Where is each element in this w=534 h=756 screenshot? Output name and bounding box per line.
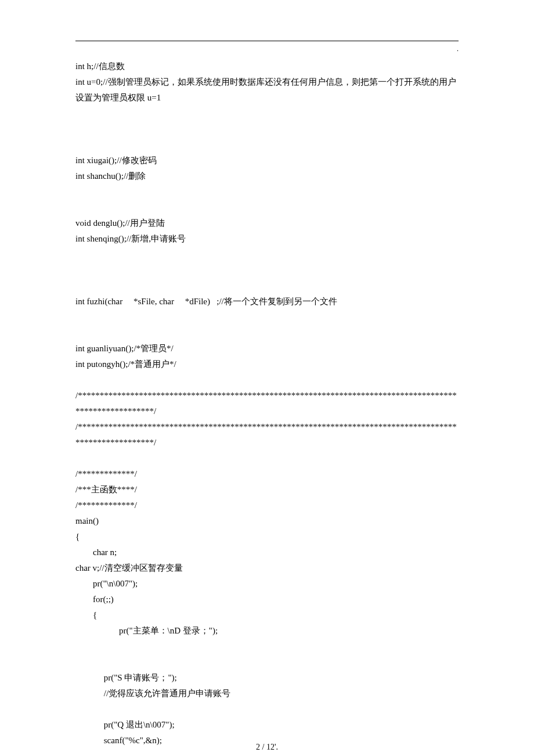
code-content: int h;//信息数 int u=0;//强制管理员标记，如果系统使用时数据库… [75,59,459,748]
document-page: . int h;//信息数 int u=0;//强制管理员标记，如果系统使用时数… [0,0,534,756]
page-footer: 2 / 12'. [0,740,534,754]
header-dot: . [457,43,459,56]
header-rule [75,41,459,41]
